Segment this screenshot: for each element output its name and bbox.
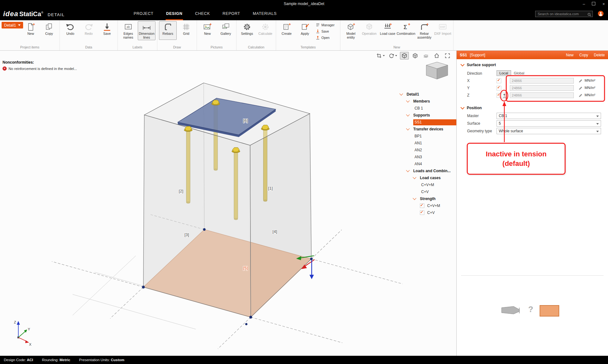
menu-tab-report[interactable]: REPORT (222, 8, 241, 20)
navigation-cube[interactable] (425, 61, 449, 80)
solid-view-button[interactable] (411, 52, 420, 60)
viewport[interactable]: [1] [2] [3] [4] [5] [6] Z (0, 51, 456, 356)
user-profile-icon[interactable] (598, 11, 604, 16)
edit-pencil-icon[interactable] (579, 78, 583, 84)
menu-tab-project[interactable]: PROJECT (133, 8, 154, 20)
ribbon-templates-apply[interactable]: Apply (296, 21, 314, 40)
concrete-block-right-face[interactable] (250, 114, 311, 317)
close-button[interactable]: × (602, 2, 605, 6)
menu-tab-check[interactable]: CHECK (194, 8, 211, 20)
ribbon-templates-save[interactable]: Save (316, 29, 338, 33)
fit-view-button[interactable] (443, 52, 452, 60)
ribbon-group-project-items: Detail1+NewCopyProject items (0, 20, 60, 50)
tree-item-an2[interactable]: AN2 (398, 147, 456, 154)
edit-pencil-icon[interactable] (579, 86, 583, 91)
stiffness-input-z[interactable]: 24866 (510, 92, 574, 98)
direction-local-option[interactable]: Local (497, 70, 511, 76)
search-icon[interactable] (587, 12, 591, 18)
tree-item-an3[interactable]: AN3 (398, 154, 456, 160)
model-scene[interactable]: [1] [2] [3] [4] [5] [6] Z (0, 51, 456, 356)
rotate-view-button[interactable] (388, 52, 398, 60)
new-button[interactable]: New (566, 53, 573, 57)
maximize-button[interactable] (592, 2, 595, 6)
edit-pencil-icon[interactable] (579, 93, 583, 99)
ribbon-data-undo[interactable]: Undo (61, 21, 79, 40)
ribbon-new-combination[interactable]: Σ+Combination (397, 21, 415, 40)
svg-text:+: + (426, 22, 429, 27)
tree-item-ss1[interactable]: SS1 (398, 119, 456, 126)
window-title: Sample model_.ideaDet (284, 2, 324, 6)
concrete-block-left-face[interactable] (143, 115, 251, 317)
section-view-button[interactable] (375, 52, 386, 60)
ribbon-labels-edges-names[interactable]: abEdges names (119, 21, 137, 40)
ribbon-pictures-gallery[interactable]: Gallery (217, 21, 235, 40)
checkbox-c-v[interactable] (420, 210, 424, 215)
ribbon-new-rebar-assembly[interactable]: +Rebar assembly (415, 21, 433, 40)
copy-button[interactable]: Copy (579, 53, 588, 57)
tension-behavior-icon[interactable] (502, 92, 507, 99)
chevron-expanded-icon[interactable] (406, 168, 409, 172)
redo-icon (84, 22, 93, 32)
ribbon-new-model-entity[interactable]: +Model entity (342, 21, 360, 40)
stiffness-input-x[interactable]: 24866 (510, 78, 574, 84)
tree-item-transfer-devices[interactable]: Transfer devices (398, 126, 456, 133)
faces-view-button[interactable] (421, 52, 430, 60)
minimize-button[interactable]: – (583, 2, 585, 6)
checkbox-x[interactable] (497, 78, 501, 83)
ribbon-project-items-new[interactable]: +New (22, 21, 40, 40)
dropdown-master[interactable]: CB 1 (497, 113, 601, 119)
dropdown-geometry-type[interactable]: Whole surface (497, 128, 601, 134)
template-create-icon: + (282, 22, 291, 32)
tree-item-supports[interactable]: Supports (398, 112, 456, 119)
ribbon-draw-grid[interactable]: Grid (177, 21, 195, 40)
tree-item-c-v-m[interactable]: C+V+M (398, 202, 456, 209)
tree-item-cb-1[interactable]: CB 1 (398, 105, 456, 112)
tree-item-strength[interactable]: Strength (398, 195, 456, 202)
tree-item-c-v-m[interactable]: C+V+M (398, 181, 456, 188)
tree-item-bp1[interactable]: BP1 (398, 133, 456, 140)
chevron-expanded-icon[interactable] (413, 175, 416, 179)
ribbon-templates-create[interactable]: +Create (278, 21, 295, 40)
project-selector-button[interactable]: Detail1 (2, 22, 23, 28)
stiffness-input-y[interactable]: 24866 (510, 85, 574, 91)
menu-tab-materials[interactable]: MATERIALS (252, 8, 277, 20)
menu-tab-design[interactable]: DESIGN (166, 8, 183, 20)
ribbon-calculation-settings[interactable]: Settings (238, 21, 256, 40)
chevron-expanded-icon[interactable] (406, 113, 409, 116)
tree-item-an4[interactable]: AN4 (398, 160, 456, 167)
chevron-expanded-icon[interactable] (399, 92, 403, 95)
tree-item-an1[interactable]: AN1 (398, 140, 456, 147)
chevron-down-icon (596, 116, 599, 117)
delete-button[interactable]: Delete (594, 53, 605, 57)
tree-item-c-v[interactable]: C+V (398, 188, 456, 195)
ribbon-new-load-case[interactable]: +Load case (379, 21, 396, 40)
tree-item-load-cases[interactable]: Load cases (398, 174, 456, 181)
section-position[interactable]: Position (457, 105, 482, 111)
ribbon-draw-rebars[interactable]: Rebars (159, 21, 177, 40)
checkbox-y[interactable] (497, 86, 501, 91)
tree-item-members[interactable]: Members (398, 98, 456, 105)
ribbon-pictures-new[interactable]: +New (199, 21, 216, 40)
checkbox-z[interactable] (497, 93, 501, 98)
tree-item-loads-and-combin[interactable]: Loads and Combin... (398, 167, 456, 174)
ribbon-templates-open[interactable]: Open (316, 35, 338, 40)
settings-icon (242, 22, 252, 32)
ribbon-data-save[interactable]: Save (98, 21, 116, 40)
search-input[interactable] (535, 11, 593, 17)
ribbon-templates-manager[interactable]: Manager (316, 23, 338, 27)
home-view-button[interactable] (432, 52, 441, 60)
chevron-expanded-icon[interactable] (406, 127, 409, 130)
chevron-expanded-icon[interactable] (406, 99, 409, 102)
perspective-view-button[interactable] (400, 52, 409, 60)
tree-item-detail1[interactable]: Detail1 (398, 91, 456, 98)
ribbon-project-items-copy[interactable]: Copy (40, 21, 58, 40)
checkbox-c-v-m[interactable] (420, 204, 424, 208)
tree-item-c-v[interactable]: C+V (398, 209, 456, 216)
section-surface-support[interactable]: Surface support (457, 62, 496, 68)
chevron-expanded-icon[interactable] (413, 196, 416, 200)
gallery-icon (221, 22, 231, 32)
svg-text:+: + (33, 22, 35, 27)
ribbon-labels-dimension-lines[interactable]: Dimension lines (138, 21, 155, 40)
direction-global-option[interactable]: Global (511, 70, 527, 76)
dropdown-surface[interactable]: 5 (497, 120, 601, 127)
